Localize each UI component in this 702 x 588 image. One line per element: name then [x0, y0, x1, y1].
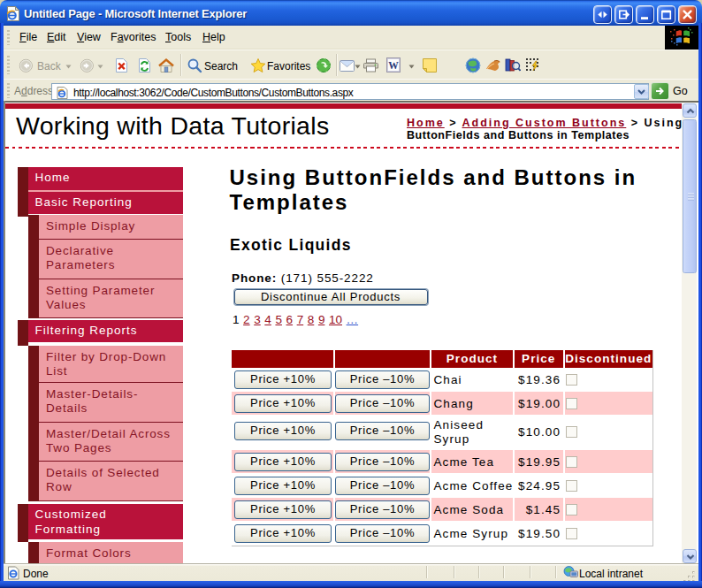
svg-text:W: W [388, 60, 399, 71]
